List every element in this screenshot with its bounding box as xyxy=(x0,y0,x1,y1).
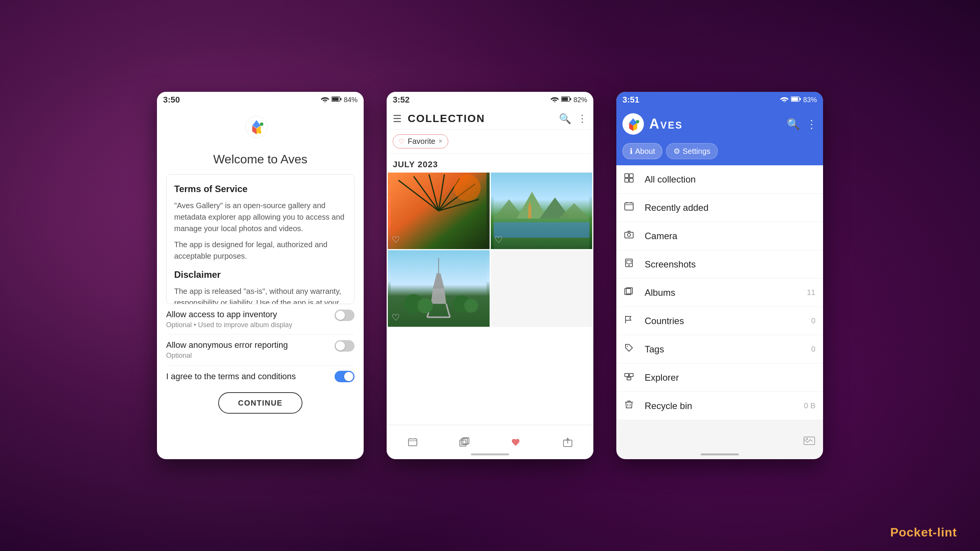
aves-logo xyxy=(622,113,644,135)
albums-label: Albums xyxy=(645,287,807,298)
agree-row: I agree to the terms and conditions xyxy=(166,365,354,388)
svg-rect-69 xyxy=(627,261,631,264)
screen2-collection: 3:52 82% ☰ COLLECTION 🔍 ⋮ ♡ xyxy=(387,92,593,459)
time-screen1: 3:50 xyxy=(163,95,180,105)
countries-label: Countries xyxy=(645,316,811,326)
menu-item-screenshots[interactable]: Screenshots xyxy=(616,250,823,279)
heart-icon-town[interactable]: ♡ xyxy=(495,235,503,245)
nav-albums[interactable] xyxy=(407,437,418,448)
tos-body2: The app is designed for legal, authorize… xyxy=(174,239,346,262)
about-pill[interactable]: ℹ About xyxy=(622,143,662,159)
svg-rect-51 xyxy=(791,97,798,101)
tos-body1: "Aves Gallery" is an open-source gallery… xyxy=(174,200,346,234)
second-photo-row: ♡ xyxy=(387,249,593,327)
gear-icon: ⚙ xyxy=(673,147,680,156)
menu-item-recycle-bin[interactable]: Recycle bin 0 B xyxy=(616,392,823,420)
menu-item-tags[interactable]: Tags 0 xyxy=(616,335,823,364)
favorite-label: Favorite xyxy=(408,137,435,146)
svg-rect-14 xyxy=(570,98,571,100)
camera-icon xyxy=(624,230,639,242)
svg-rect-31 xyxy=(493,222,589,238)
pocketlint-watermark: Pocket-lint xyxy=(890,525,957,540)
search-icon-screen3[interactable]: 🔍 xyxy=(787,118,800,130)
recycle-bin-label: Recycle bin xyxy=(645,401,804,411)
tag-icon xyxy=(624,343,639,355)
svg-rect-77 xyxy=(627,377,631,380)
favorite-chip[interactable]: ♡ Favorite × xyxy=(393,134,448,148)
app-logo xyxy=(245,116,276,146)
svg-rect-62 xyxy=(625,203,633,210)
status-bar-screen3: 3:51 83% xyxy=(616,92,823,108)
menu-item-camera[interactable]: Camera xyxy=(616,222,823,250)
wifi-icon-screen2 xyxy=(550,96,559,104)
photo-eiffel[interactable]: ♡ xyxy=(388,250,490,327)
search-icon-screen2[interactable]: 🔍 xyxy=(559,113,571,125)
svg-point-74 xyxy=(627,346,628,347)
battery-icon-screen3 xyxy=(791,96,801,104)
menu-item-albums[interactable]: Albums 11 xyxy=(616,279,823,307)
svg-point-57 xyxy=(634,127,637,130)
battery-icon-screen1 xyxy=(332,96,341,104)
svg-point-9 xyxy=(260,122,263,126)
battery-text-screen2: 82% xyxy=(573,96,587,104)
permission2-sub: Optional xyxy=(166,352,330,360)
heart-icon-palm[interactable]: ♡ xyxy=(392,235,400,245)
aves-title: Aves xyxy=(649,116,787,132)
permission1-text: Allow access to app inventory Optional •… xyxy=(166,310,330,329)
menu-item-all-collection[interactable]: All collection xyxy=(616,165,823,194)
grid-icon xyxy=(624,173,639,186)
svg-point-11 xyxy=(554,101,555,102)
hamburger-icon[interactable]: ☰ xyxy=(393,113,402,125)
aves-pills: ℹ About ⚙ Settings xyxy=(616,140,823,165)
permission1-toggle[interactable] xyxy=(335,310,354,321)
svg-rect-3 xyxy=(340,98,341,100)
disclaimer-heading: Disclaimer xyxy=(174,268,346,282)
albums-icon xyxy=(624,286,639,299)
menu-item-recently-added[interactable]: Recently added xyxy=(616,194,823,222)
menu-item-explorer[interactable]: Explorer xyxy=(616,364,823,392)
nav-collections[interactable] xyxy=(459,437,470,448)
settings-pill[interactable]: ⚙ Settings xyxy=(666,143,717,159)
nav-export[interactable] xyxy=(562,437,573,448)
header-right-icons: 🔍 ⋮ xyxy=(787,118,817,130)
about-label: About xyxy=(635,147,655,156)
heart-icon-eiffel[interactable]: ♡ xyxy=(392,312,400,323)
battery-text-screen3: 83% xyxy=(803,96,817,104)
photo-town[interactable]: ♡ xyxy=(491,173,593,249)
permission2-toggle[interactable] xyxy=(335,340,354,352)
tags-label: Tags xyxy=(645,344,811,355)
menu-item-countries[interactable]: Countries 0 xyxy=(616,307,823,335)
explorer-icon xyxy=(624,371,639,384)
trash-icon xyxy=(624,399,639,412)
svg-rect-41 xyxy=(408,439,417,446)
time-screen2: 3:52 xyxy=(393,95,410,105)
heart-icon: ♡ xyxy=(399,137,405,146)
more-icon-screen2[interactable]: ⋮ xyxy=(577,113,587,125)
bottom-nav xyxy=(387,425,593,459)
status-icons-screen1: 84% xyxy=(321,96,358,104)
bottom-nav-screen3[interactable] xyxy=(803,434,815,448)
agree-label: I agree to the terms and conditions xyxy=(166,372,296,381)
status-icons-screen3: 83% xyxy=(780,96,817,104)
more-icon-screen3[interactable]: ⋮ xyxy=(806,118,817,130)
close-chip-icon[interactable]: × xyxy=(438,137,443,145)
svg-rect-52 xyxy=(800,98,801,100)
calendar-icon xyxy=(624,201,639,214)
svg-point-56 xyxy=(636,120,639,123)
svg-point-10 xyxy=(258,131,261,134)
nav-favorites[interactable] xyxy=(511,437,521,448)
agree-toggle[interactable] xyxy=(335,371,354,382)
countries-count: 0 xyxy=(811,316,815,325)
wifi-icon-screen3 xyxy=(780,96,789,104)
home-indicator-2 xyxy=(471,453,509,455)
status-bar-screen2: 3:52 82% xyxy=(387,92,593,108)
continue-button[interactable]: CONTINUE xyxy=(218,392,302,414)
tos-heading: Terms of Service xyxy=(174,182,346,196)
screens-container: 3:50 84% xyxy=(157,92,823,459)
svg-point-70 xyxy=(628,264,630,266)
aves-header: Aves 🔍 ⋮ xyxy=(616,108,823,140)
terms-box[interactable]: Terms of Service "Aves Gallery" is an op… xyxy=(166,174,354,304)
svg-rect-61 xyxy=(629,178,633,182)
section-date: July 2023 xyxy=(387,153,593,173)
photo-palm[interactable]: ♡ xyxy=(388,173,490,249)
